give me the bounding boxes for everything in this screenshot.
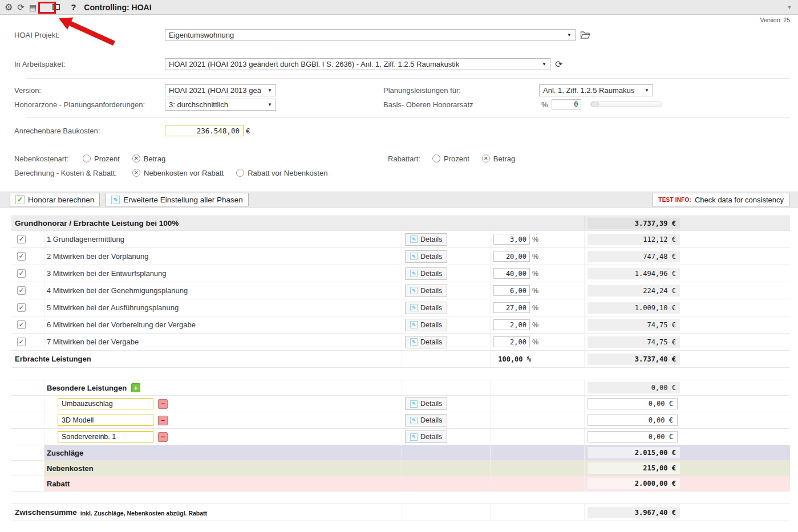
basis-percent-input[interactable]: 0 [552,99,581,109]
phase-checkbox[interactable]: ✓ [17,235,26,243]
sum-percent: 100,00 % [493,355,531,363]
details-button[interactable]: ✎Details [405,285,447,297]
costs-row: Anrechenbare Baukosten: 236.548,00 € [14,124,798,137]
radio-label: Rabatt vor Nebenkosten [248,169,327,177]
subtotal-amount: 3.967,40 € [588,507,680,518]
version-row: Version: HOAI 2021 (HOAI 2013 geä ▼ Plan… [14,84,798,96]
remove-item-button[interactable]: − [158,399,168,409]
report-icon[interactable]: ▤ [29,3,37,11]
version-label: Version: 25 [760,17,790,23]
radio-rabatt-prozent[interactable]: Prozent [432,155,469,163]
item-amount-input[interactable]: 0,00 € [588,415,678,426]
calculate-fee-button[interactable]: ✓ Honorar berechnen [10,193,100,206]
radio-checked-icon: ✕ [132,155,140,163]
details-button[interactable]: ✎Details [405,267,447,280]
special-name-input[interactable]: Umbauzuschlag [58,398,153,409]
rabattart-label: Rabattart: [388,155,432,163]
help-icon[interactable]: ? [71,2,76,12]
header-total: 3.737,39 € [588,218,680,229]
project-select[interactable]: Eigentumswohnung ▼ [165,29,576,41]
zone-select[interactable]: 3: durchschnittlich ▼ [165,99,276,111]
details-button[interactable]: ✎Details [405,319,447,331]
radio-nebenkosten-vor-rabatt[interactable]: ✕ Nebenkosten vor Rabatt [132,169,224,177]
details-button[interactable]: ✎Details [405,397,447,410]
percent-input[interactable]: 3,00 [493,234,530,245]
phase-checkbox[interactable]: ✓ [17,303,26,312]
form-area: HOAI Projekt: Eigentumswohnung ▼ In Arbe… [0,15,798,179]
rabattart-group: Rabattart: Prozent ✕ Betrag [388,155,528,163]
item-amount-input[interactable]: 0,00 € [588,398,678,409]
radio-rabatt-betrag[interactable]: ✕ Betrag [482,155,515,163]
amount-field: 1.494,96 € [588,268,680,279]
chevron-down-icon: ▼ [265,102,274,107]
percent-unit: % [532,304,538,312]
basis-group: Basis- Oberen Honorarsatz % 0 [383,99,662,109]
collapse-chevron-icon[interactable]: ▼ [787,4,792,10]
settings-gear-icon[interactable]: ⚙ [5,3,13,12]
percent-input[interactable]: 40,00 [493,268,530,279]
subtotal-label-cell: Zwischensumme inkl. Zuschläge, Nebenkost… [11,504,402,521]
amount-field: 747,48 € [588,251,680,262]
slider-thumb[interactable] [591,101,599,107]
hoai-version-select[interactable]: HOAI 2021 (HOAI 2013 geä ▼ [165,84,276,96]
costs-input[interactable]: 236.548,00 [165,125,244,136]
nebenkostenart-label: Nebenkostenart: [14,155,83,163]
details-label: Details [420,253,442,261]
details-button[interactable]: ✎Details [405,414,447,427]
performed-services-row: Erbrachte Leistungen 100,00 % 3.737,40 € [11,351,790,368]
empty-cell [11,396,44,412]
special-name-input[interactable]: Sondervereinb. 1 [58,431,153,442]
phase-checkbox[interactable]: ✓ [17,286,26,295]
details-button[interactable]: ✎Details [405,302,447,314]
details-label: Details [420,416,442,424]
planning-value: Anl. 1, Ziff. 1.2.5 Raumakus [543,86,634,95]
percent-input[interactable]: 27,00 [493,302,530,313]
radio-nebenkosten-betrag[interactable]: ✕ Betrag [132,155,165,163]
radio-nebenkosten-prozent[interactable]: Prozent [83,155,120,163]
details-button[interactable]: ✎Details [405,431,447,443]
phase-checkbox[interactable]: ✓ [17,252,26,261]
special-name-input[interactable]: 3D Modell [58,415,153,426]
costs-label: Anrechenbare Baukosten: [14,127,165,135]
details-cell: ✎Details [402,231,491,247]
percent-unit: % [532,253,538,261]
details-label: Details [420,321,442,329]
phase-checkbox[interactable]: ✓ [17,338,26,346]
planning-select[interactable]: Anl. 1, Ziff. 1.2.5 Raumakus ▼ [539,84,653,96]
item-amount-cell: 0,00 € [585,429,790,445]
phase-checkbox[interactable]: ✓ [17,320,26,329]
details-cell: ✎Details [402,396,491,412]
details-button[interactable]: ✎Details [405,250,447,263]
percent-cell: 2,00% [491,316,585,333]
item-amount-input[interactable]: 0,00 € [588,431,678,442]
hoai-version-label: Version: [14,86,165,95]
percent-sign: % [541,100,548,109]
percent-input[interactable]: 2,00 [493,319,530,330]
radio-rabatt-vor-nebenkosten[interactable]: Rabatt vor Nebenkosten [236,169,327,177]
sum-amount: 3.737,40 € [588,354,680,365]
details-button[interactable]: ✎Details [405,336,447,348]
remove-item-button[interactable]: − [158,416,168,425]
add-special-service-button[interactable]: + [131,383,140,392]
amount-cell: 1.009,10 € [585,299,790,316]
percent-input[interactable]: 2,00 [493,336,530,347]
workpackage-row: In Arbeitspaket: HOAI 2021 (HOAI 2013 ge… [14,58,798,70]
discount-amount: 2.000,00 € [588,478,680,489]
percent-input[interactable]: 20,00 [493,251,530,262]
empty-cell [11,461,44,476]
details-button[interactable]: ✎Details [405,233,447,246]
advanced-settings-button[interactable]: ✎ Erweiterte Einstellung aller Phasen [106,193,248,206]
berechnung-label: Berechnung - Kosten & Rabatt: [14,169,132,177]
percent-input[interactable]: 6,00 [493,285,530,296]
reload-workpackage-icon[interactable]: ⟳ [555,59,562,70]
phase-checkbox[interactable]: ✓ [17,269,26,278]
details-cell: ✎Details [402,299,491,316]
basis-slider[interactable] [590,101,662,107]
remove-item-button[interactable]: − [158,432,168,442]
window-restore-icon[interactable] [50,4,62,10]
empty-cell [11,445,44,460]
open-folder-icon[interactable] [580,31,590,39]
refresh-icon[interactable]: ⟳ [17,3,25,11]
discount-amount-cell: 2.000,00 € [585,476,790,491]
workpackage-select[interactable]: HOAI 2021 (HOAI 2013 geändert durch BGBl… [165,58,550,70]
